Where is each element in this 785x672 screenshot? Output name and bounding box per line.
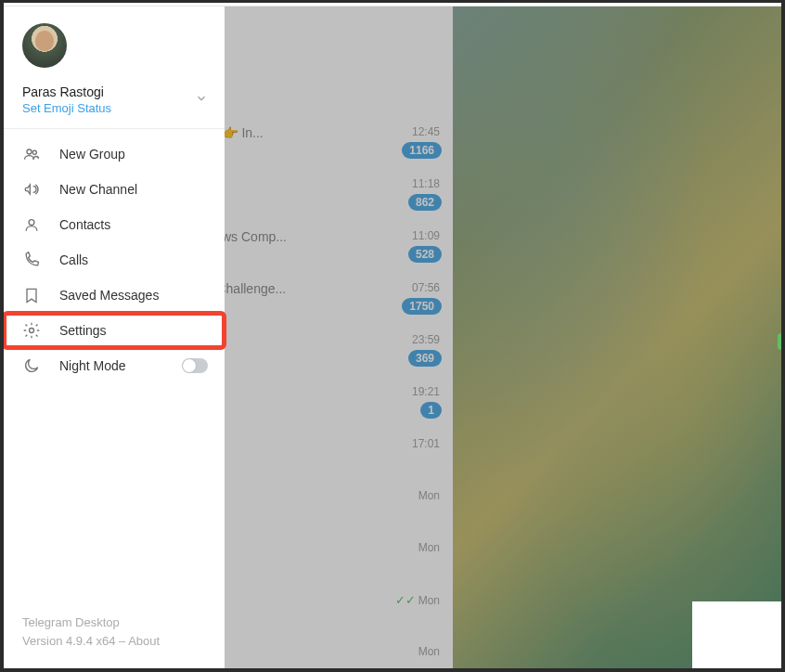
svg-point-1 <box>32 150 36 154</box>
menu-item-new-channel[interactable]: New Channel <box>4 172 225 207</box>
menu-item-settings[interactable]: Settings <box>4 313 225 348</box>
chat-time: 11:18 <box>412 177 440 190</box>
chat-time: 23:59 <box>412 333 440 346</box>
overlay-patch <box>692 601 781 668</box>
chat-time: 19:21 <box>412 385 440 398</box>
night-mode-toggle[interactable] <box>182 358 208 373</box>
svg-point-0 <box>27 149 32 154</box>
menu-label: Settings <box>59 323 107 338</box>
chat-time: Mon <box>418 489 440 502</box>
menu-label: Contacts <box>59 217 110 232</box>
app-version[interactable]: Version 4.9.4 x64 – About <box>22 632 206 651</box>
bookmark-icon <box>22 286 41 304</box>
unread-badge: 1750 <box>402 298 442 315</box>
unread-badge: 1166 <box>402 142 442 159</box>
moon-icon <box>22 356 41 375</box>
profile-header[interactable]: Paras Rastogi Set Emoji Status <box>4 6 225 129</box>
profile-name: Paras Rastogi <box>22 84 206 99</box>
unread-badge: 528 <box>408 246 442 263</box>
megaphone-icon <box>22 180 41 199</box>
chat-time: 17:01 <box>412 437 440 450</box>
set-emoji-status-link[interactable]: Set Emoji Status <box>22 101 206 115</box>
gear-icon <box>22 321 41 340</box>
menu-label: New Channel <box>59 182 137 197</box>
menu-item-new-group[interactable]: New Group <box>4 136 225 172</box>
side-indicator <box>778 333 785 350</box>
chat-time: 07:56 <box>412 281 440 294</box>
chat-time: 12:45 <box>412 125 440 138</box>
menu-item-night-mode[interactable]: Night Mode <box>4 348 225 383</box>
chat-time: Mon <box>418 541 440 554</box>
chat-background <box>453 6 781 668</box>
menu-label: Calls <box>59 252 88 267</box>
unread-badge: 1 <box>420 402 442 419</box>
check-icon: ✓✓ <box>395 593 416 607</box>
unread-badge: 369 <box>408 350 442 367</box>
svg-point-3 <box>30 329 34 333</box>
group-icon <box>22 145 41 163</box>
main-menu-sidebar: Paras Rastogi Set Emoji Status New Group… <box>4 6 225 668</box>
phone-icon <box>22 251 41 269</box>
unread-badge: 862 <box>408 194 442 211</box>
chevron-down-icon[interactable] <box>195 92 208 109</box>
chat-time: Mon <box>418 645 440 658</box>
avatar[interactable] <box>22 23 67 68</box>
svg-point-2 <box>29 220 34 226</box>
menu-label: Night Mode <box>59 358 126 373</box>
menu-label: New Group <box>59 147 125 162</box>
sidebar-menu: New Group New Channel Contacts Calls <box>4 129 225 391</box>
app-name: Telegram Desktop <box>22 614 206 632</box>
menu-item-calls[interactable]: Calls <box>4 242 225 278</box>
user-icon <box>22 215 41 234</box>
chat-time: 11:09 <box>412 229 440 242</box>
menu-label: Saved Messages <box>59 288 159 303</box>
sidebar-footer: Telegram Desktop Version 4.9.4 x64 – Abo… <box>4 614 225 668</box>
menu-item-saved-messages[interactable]: Saved Messages <box>4 278 225 313</box>
menu-item-contacts[interactable]: Contacts <box>4 207 225 242</box>
chat-time: ✓✓Mon <box>395 593 440 607</box>
